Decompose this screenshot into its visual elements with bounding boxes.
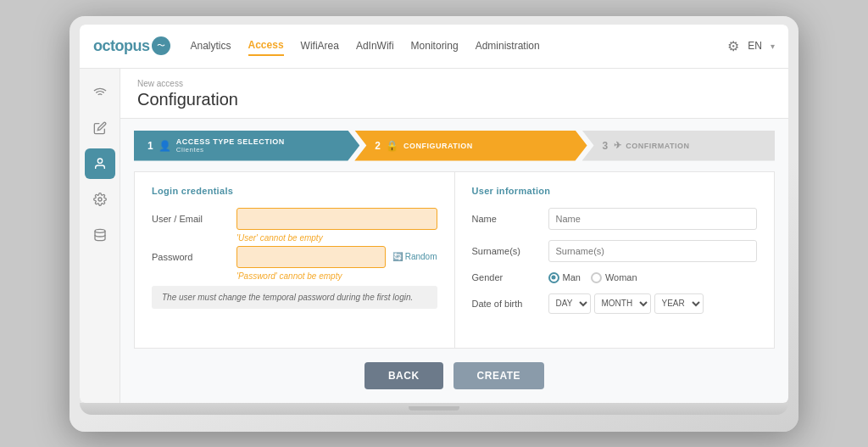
user-email-row: User / Email — [152, 208, 437, 230]
form-area: Login credentials User / Email 'User' ca… — [134, 171, 775, 349]
wizard-step-3: 3 ✈ CONFIRMATION — [582, 131, 775, 161]
nav-administration[interactable]: Administration — [476, 36, 540, 55]
gender-row: Gender Man Woman — [472, 272, 758, 283]
user-email-label: User / Email — [152, 214, 228, 224]
password-input-group: 🔄 Random — [236, 246, 437, 268]
logo: octopus 〜 — [93, 36, 170, 55]
gender-man-label: Man — [563, 272, 581, 282]
navbar: octopus 〜 Analytics Access WifiArea AdIn… — [80, 25, 788, 69]
nav-access[interactable]: Access — [248, 36, 284, 56]
step2-lock-icon: 🔒 — [386, 140, 399, 152]
password-label: Password — [152, 252, 228, 262]
laptop-base — [80, 403, 788, 415]
logo-icon: 〜 — [152, 36, 170, 55]
user-error: 'User' cannot be empty — [236, 233, 437, 243]
nav-wifiarea[interactable]: WifiArea — [301, 36, 339, 55]
lang-chevron-icon: ▾ — [771, 42, 775, 51]
step1-user-icon: 👤 — [159, 140, 172, 152]
sidebar-item-edit[interactable] — [85, 113, 115, 143]
main-layout: New access Configuration 1 👤 ACCESS TYPE… — [80, 69, 788, 403]
sidebar-item-settings[interactable] — [85, 184, 115, 215]
step1-sublabel: Clientes — [176, 146, 285, 154]
laptop-frame: octopus 〜 Analytics Access WifiArea AdIn… — [70, 16, 798, 432]
step3-number: 3 — [603, 140, 609, 152]
sidebar-item-database[interactable] — [85, 220, 115, 250]
nav-adinwifi[interactable]: AdInWifi — [356, 36, 394, 55]
info-box: The user must change the temporal passwo… — [152, 286, 437, 309]
name-input[interactable] — [548, 208, 758, 230]
breadcrumb: New access — [137, 79, 771, 88]
laptop-notch — [409, 406, 459, 411]
user-email-input[interactable] — [236, 208, 437, 230]
nav-monitoring[interactable]: Monitoring — [411, 36, 459, 55]
dob-year-select[interactable]: YEAR — [654, 293, 704, 314]
login-section-title: Login credentials — [152, 186, 437, 196]
gender-man-option[interactable]: Man — [548, 272, 581, 283]
dob-month-select[interactable]: MONTH — [594, 293, 651, 314]
step2-label: CONFIGURATION — [403, 142, 473, 150]
gender-man-radio[interactable] — [548, 272, 559, 283]
name-row: Name — [472, 208, 758, 230]
gender-label: Gender — [472, 272, 540, 282]
page-header: New access Configuration — [120, 69, 788, 119]
step1-label: ACCESS TYPE SELECTION — [176, 137, 285, 146]
sidebar-item-wifi[interactable] — [85, 77, 115, 108]
svg-point-0 — [97, 159, 102, 163]
gender-woman-radio[interactable] — [591, 272, 602, 283]
gender-woman-label: Woman — [605, 272, 637, 282]
create-button[interactable]: CREATE — [453, 362, 544, 389]
screen: octopus 〜 Analytics Access WifiArea AdIn… — [80, 25, 788, 403]
wizard-steps: 1 👤 ACCESS TYPE SELECTION Clientes 2 🔒 C… — [134, 131, 775, 161]
dob-label: Date of birth — [472, 299, 540, 309]
dob-row: Date of birth DAY MONTH YEAR — [472, 293, 758, 314]
nav-right: ⚙ EN ▾ — [727, 38, 775, 54]
dob-selects: DAY MONTH YEAR — [548, 293, 704, 314]
step3-label: CONFIRMATION — [626, 142, 689, 150]
step3-send-icon: ✈ — [614, 140, 622, 151]
random-label: Random — [405, 252, 437, 261]
random-button[interactable]: 🔄 Random — [392, 252, 437, 261]
logo-text: octopus — [93, 37, 150, 55]
random-icon: 🔄 — [392, 252, 403, 261]
wizard-step-1[interactable]: 1 👤 ACCESS TYPE SELECTION Clientes — [134, 131, 359, 161]
nav-analytics[interactable]: Analytics — [191, 36, 231, 55]
gender-woman-option[interactable]: Woman — [591, 272, 637, 283]
wizard-step-2[interactable]: 2 🔒 CONFIGURATION — [354, 131, 587, 161]
step1-text: ACCESS TYPE SELECTION Clientes — [176, 137, 285, 154]
step2-number: 2 — [375, 140, 381, 152]
login-section: Login credentials User / Email 'User' ca… — [134, 171, 454, 349]
dob-day-select[interactable]: DAY — [548, 293, 591, 314]
surname-label: Surname(s) — [472, 246, 540, 256]
lang-selector[interactable]: EN — [748, 40, 762, 52]
svg-point-2 — [95, 229, 105, 232]
step1-number: 1 — [147, 140, 153, 152]
gender-options: Man Woman — [548, 272, 637, 283]
sidebar — [80, 69, 120, 403]
content-area: New access Configuration 1 👤 ACCESS TYPE… — [120, 69, 788, 403]
user-section: User information Name Surname(s) Gender — [454, 171, 776, 349]
page-title: Configuration — [137, 90, 771, 109]
logo-waves-icon: 〜 — [157, 40, 165, 52]
name-label: Name — [472, 214, 540, 224]
password-error: 'Password' cannot be empty — [236, 271, 437, 281]
gear-icon[interactable]: ⚙ — [727, 38, 739, 54]
user-section-title: User information — [472, 186, 758, 196]
surname-row: Surname(s) — [472, 240, 758, 262]
password-row: Password 🔄 Random — [152, 246, 437, 268]
svg-point-1 — [98, 198, 102, 201]
action-row: BACK CREATE — [120, 349, 788, 403]
password-input[interactable] — [236, 246, 386, 268]
nav-links: Analytics Access WifiArea AdInWifi Monit… — [191, 36, 728, 56]
surname-input[interactable] — [548, 240, 758, 262]
sidebar-item-user[interactable] — [85, 148, 115, 179]
back-button[interactable]: BACK — [364, 362, 443, 389]
